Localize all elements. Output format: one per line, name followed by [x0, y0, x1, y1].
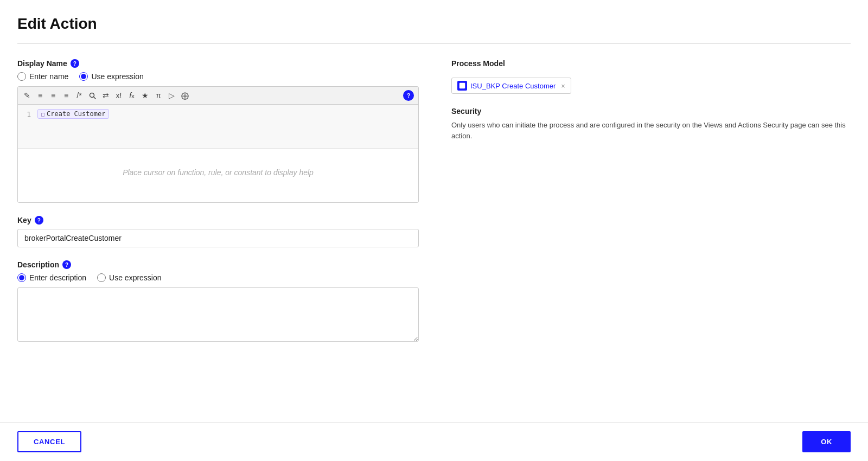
- ok-button[interactable]: OK: [802, 431, 851, 452]
- toolbar-pi-btn[interactable]: π: [154, 90, 163, 101]
- toolbar-shuffle-btn[interactable]: ⇄: [101, 90, 111, 101]
- svg-point-4: [463, 85, 465, 87]
- radio-use-expression-input[interactable]: [79, 72, 88, 81]
- key-help-icon[interactable]: ?: [35, 216, 43, 225]
- security-section: Security Only users who can initiate the…: [451, 107, 851, 141]
- toolbar-outdent-btn[interactable]: ≡: [61, 90, 71, 101]
- code-token-create-customer: □ Create Customer: [37, 109, 109, 119]
- token-process-icon: □: [41, 111, 44, 117]
- line-numbers: 1: [22, 109, 37, 144]
- radio-enter-name-input[interactable]: [17, 72, 26, 81]
- process-model-tag[interactable]: ISU_BKP Create Customer ×: [451, 78, 571, 94]
- expression-editor: ✎ ≡ ≡ ≡ /* ⇄ x! fx ★ π ▷ ⨁ ?: [17, 86, 419, 203]
- toolbar-edit-btn[interactable]: ✎: [22, 90, 32, 101]
- radio-enter-description-input[interactable]: [17, 273, 26, 282]
- toolbar-list-btn[interactable]: ≡: [35, 90, 45, 101]
- svg-line-1: [94, 97, 96, 99]
- display-name-label: Display Name ?: [17, 59, 419, 68]
- security-description: Only users who can initiate the process …: [451, 120, 851, 141]
- toolbar-search-btn[interactable]: [87, 91, 98, 100]
- left-panel: Display Name ? Enter name Use expression…: [17, 59, 419, 343]
- radio-description-expression-input[interactable]: [97, 273, 106, 282]
- security-label: Security: [451, 107, 851, 116]
- radio-use-expression[interactable]: Use expression: [79, 72, 144, 81]
- cancel-button[interactable]: CANCEL: [17, 431, 81, 452]
- toolbar-indent-btn[interactable]: ≡: [48, 90, 58, 101]
- right-panel: Process Model ISU_BKP Create Customer ×: [451, 59, 851, 343]
- footer-bar: CANCEL OK: [0, 422, 868, 461]
- radio-enter-description[interactable]: Enter description: [17, 273, 86, 282]
- code-content[interactable]: □ Create Customer: [37, 109, 414, 144]
- description-radio-group: Enter description Use expression: [17, 273, 419, 282]
- process-model-remove-btn[interactable]: ×: [561, 82, 565, 90]
- key-section: Key ?: [17, 216, 419, 247]
- toolbar-star-btn[interactable]: ★: [140, 90, 150, 101]
- help-area: Place cursor on function, rule, or const…: [18, 148, 418, 202]
- display-name-help-icon[interactable]: ?: [71, 59, 79, 68]
- description-label: Description ?: [17, 260, 419, 269]
- key-label: Key ?: [17, 216, 419, 225]
- help-placeholder-text: Place cursor on function, rule, or const…: [27, 157, 410, 177]
- description-section: Description ? Enter description Use expr…: [17, 260, 419, 343]
- process-model-label: Process Model: [451, 59, 851, 68]
- process-model-section: Process Model ISU_BKP Create Customer ×: [451, 59, 851, 94]
- radio-enter-name[interactable]: Enter name: [17, 72, 68, 81]
- description-textarea[interactable]: [17, 287, 419, 342]
- page-title: Edit Action: [17, 15, 851, 33]
- code-area[interactable]: 1 □ Create Customer: [18, 105, 418, 148]
- toolbar-globe-btn[interactable]: ⨁: [180, 90, 190, 101]
- description-help-icon[interactable]: ?: [62, 260, 71, 269]
- display-name-radio-group: Enter name Use expression: [17, 72, 419, 81]
- toolbar-function-btn[interactable]: fx: [127, 90, 137, 101]
- expression-toolbar: ✎ ≡ ≡ ≡ /* ⇄ x! fx ★ π ▷ ⨁ ?: [18, 87, 418, 105]
- key-input[interactable]: [17, 229, 419, 247]
- svg-point-3: [460, 85, 462, 87]
- toolbar-play-btn[interactable]: ▷: [167, 90, 176, 101]
- process-model-icon: [457, 81, 467, 91]
- toolbar-factorial-btn[interactable]: x!: [114, 90, 124, 101]
- toolbar-help-icon[interactable]: ?: [403, 90, 414, 101]
- title-divider: [17, 43, 851, 44]
- toolbar-comment-btn[interactable]: /*: [74, 90, 84, 101]
- radio-description-expression[interactable]: Use expression: [97, 273, 162, 282]
